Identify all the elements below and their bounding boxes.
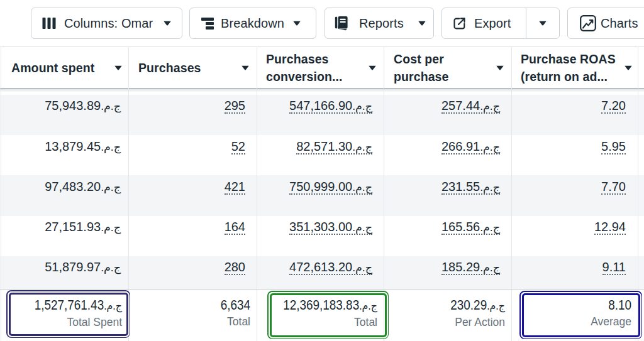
cell-value[interactable]: 82,571.30ج.م. <box>296 139 372 154</box>
total-value-number: 230.29 <box>450 298 487 313</box>
cell-value[interactable]: 257.44ج.م. <box>441 99 500 114</box>
total-conversion-value-cell: 12,369,183.83ج.م. Total <box>257 290 384 341</box>
currency-suffix: ج.م. <box>101 141 121 153</box>
column-header-purchases[interactable]: Purchases <box>129 47 257 88</box>
cell-value[interactable]: 7.70 <box>601 180 626 195</box>
currency-suffix: ج.م. <box>101 261 121 274</box>
currency-suffix: ج.م. <box>352 221 372 234</box>
cell-value[interactable]: 185.29ج.م. <box>441 260 500 275</box>
currency-suffix: ج.م. <box>101 100 121 112</box>
column-header-purchases-conversion-value[interactable]: Purchases conversion... <box>257 47 384 88</box>
purchases-cell[interactable]: 421 <box>129 175 257 215</box>
column-header-amount-spent[interactable]: Amount spent <box>0 47 128 88</box>
amount-spent-cell: 97,483.20ج.م. <box>0 175 128 215</box>
purchase-roas-cell[interactable]: 5.95 <box>511 135 638 175</box>
total-label: Total Spent <box>0 316 122 328</box>
cost-per-purchase-cell[interactable]: 231.55ج.م. <box>384 175 511 215</box>
table-row[interactable]: 75,943.89ج.م. 295 547,166.90ج.م. 257.44ج… <box>0 95 644 135</box>
column-header-label: Cost per <box>394 50 500 68</box>
total-value: 12,369,183.83ج.م. <box>271 298 377 313</box>
cell-value[interactable]: 295 <box>225 99 245 114</box>
amount-spent-cell: 75,943.89ج.م. <box>0 95 128 135</box>
currency-suffix: ج.م. <box>480 100 500 112</box>
currency-suffix: ج.م. <box>487 300 505 312</box>
total-value: 1,527,761.43ج.م. <box>14 298 122 313</box>
cell-value[interactable]: 231.55ج.م. <box>441 180 500 195</box>
column-border <box>638 46 638 341</box>
purchase-roas-cell[interactable]: 7.20 <box>511 95 638 135</box>
header-caret-icon[interactable] <box>624 65 633 70</box>
currency-suffix: ج.م. <box>104 300 122 312</box>
purchases-cell[interactable]: 295 <box>129 95 257 135</box>
cell-value[interactable]: 472,613.20ج.م. <box>289 260 372 275</box>
total-purchase-roas-cell: 8.10 Average <box>511 290 638 341</box>
table-row[interactable]: 13,879.45ج.م. 52 82,571.30ج.م. 266.91ج.م… <box>0 135 644 175</box>
conversion-value-cell[interactable]: 547,166.90ج.م. <box>257 95 384 135</box>
purchases-cell[interactable]: 164 <box>129 216 257 256</box>
column-border <box>511 46 512 341</box>
currency-suffix: ج.م. <box>480 141 500 153</box>
conversion-value-cell[interactable]: 750,999.00ج.م. <box>257 175 384 215</box>
table-left-border <box>1 46 1 341</box>
column-border <box>384 46 384 341</box>
column-header-label: Amount spent <box>11 59 121 77</box>
cell-value[interactable]: 351,303.00ج.م. <box>289 220 372 235</box>
header-caret-icon[interactable] <box>368 65 377 70</box>
cell-value[interactable]: 280 <box>225 260 245 275</box>
column-header-cost-per-purchase[interactable]: Cost per purchase <box>384 47 511 88</box>
cell-value-number: 13,879.45 <box>45 139 101 153</box>
total-amount-spent-cell: 1,527,761.43ج.م. Total Spent <box>0 290 128 341</box>
conversion-value-cell[interactable]: 351,303.00ج.م. <box>257 216 384 256</box>
cell-value-number: 185.29 <box>441 260 480 274</box>
header-caret-icon[interactable] <box>241 65 250 70</box>
column-border <box>257 46 257 341</box>
cell-value-number: 51,879.97 <box>45 260 101 274</box>
column-header-purchase-roas[interactable]: Purchase ROAS (return on ad... <box>511 47 638 88</box>
table-body: 75,943.89ج.م. 295 547,166.90ج.م. 257.44ج… <box>0 89 644 289</box>
amount-spent-cell: 51,879.97ج.م. <box>0 256 128 289</box>
table-row[interactable]: 27,151.93ج.م. 164 351,303.00ج.م. 165.56ج… <box>0 216 644 256</box>
purchases-cell[interactable]: 280 <box>129 256 257 289</box>
cell-value-number: 257.44 <box>441 99 480 112</box>
cell-value[interactable]: 421 <box>225 180 245 195</box>
header-caret-icon[interactable] <box>496 65 504 70</box>
cell-value-number: 266.91 <box>441 139 480 153</box>
cell-value-number: 82,571.30 <box>296 139 352 153</box>
cell-value-number: 97,483.20 <box>45 180 101 193</box>
total-value: 6,634 <box>143 298 250 312</box>
currency-suffix: ج.م. <box>352 100 372 112</box>
purchase-roas-cell[interactable]: 12.94 <box>511 216 638 256</box>
table-row[interactable]: 97,483.20ج.م. 421 750,999.00ج.م. 231.55ج… <box>0 175 644 215</box>
purchase-roas-cell[interactable]: 7.70 <box>511 175 638 215</box>
purchases-cell[interactable]: 52 <box>129 135 257 175</box>
cell-value[interactable]: 165.56ج.م. <box>441 220 500 235</box>
cell-value[interactable]: 266.91ج.م. <box>441 139 500 154</box>
conversion-value-cell[interactable]: 472,613.20ج.م. <box>257 256 384 289</box>
header-caret-icon[interactable] <box>114 65 123 70</box>
cell-value-number: 165.56 <box>441 220 480 234</box>
amount-spent-cell: 27,151.93ج.م. <box>0 216 128 256</box>
total-label: Average <box>511 315 631 328</box>
table-row[interactable]: 51,879.97ج.م. 280 472,613.20ج.م. 185.29ج… <box>0 256 644 289</box>
cell-value[interactable]: 547,166.90ج.م. <box>289 99 372 114</box>
cell-value-number: 547,166.90 <box>289 99 352 112</box>
cell-value[interactable]: 9.11 <box>602 260 626 275</box>
cell-value[interactable]: 750,999.00ج.م. <box>289 180 372 195</box>
column-header-label: conversion... <box>266 68 372 85</box>
total-purchases-cell: 6,634 Total <box>129 290 257 341</box>
cell-value[interactable]: 5.95 <box>601 139 626 154</box>
conversion-value-cell[interactable]: 82,571.30ج.م. <box>257 135 384 175</box>
purchase-roas-cell[interactable]: 9.11 <box>511 256 638 289</box>
total-value: 230.29ج.م. <box>399 298 505 313</box>
column-header-label: purchase <box>394 68 500 85</box>
cost-per-purchase-cell[interactable]: 266.91ج.م. <box>384 135 511 175</box>
cell-value[interactable]: 52 <box>231 139 245 154</box>
cell-value[interactable]: 164 <box>225 220 245 235</box>
cost-per-purchase-cell[interactable]: 185.29ج.م. <box>384 256 511 289</box>
cell-value[interactable]: 12.94 <box>594 220 626 235</box>
column-header-label: (return on ad... <box>521 68 626 85</box>
column-header-label: Purchases <box>138 59 245 77</box>
cell-value[interactable]: 7.20 <box>601 99 626 114</box>
cost-per-purchase-cell[interactable]: 165.56ج.م. <box>384 216 511 256</box>
cost-per-purchase-cell[interactable]: 257.44ج.م. <box>384 95 511 135</box>
